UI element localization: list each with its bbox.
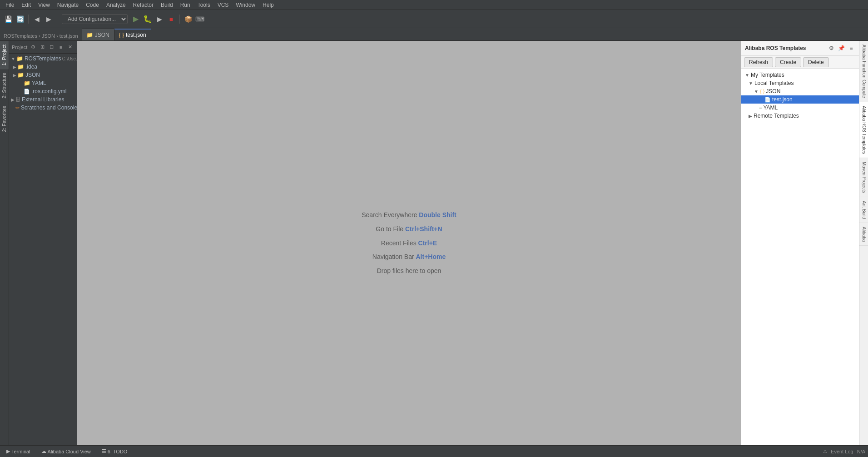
tab-json-label: JSON — [95, 32, 109, 38]
sidebar-title: Project — [12, 45, 27, 50]
menu-run[interactable]: Run — [177, 1, 194, 9]
menu-navigate[interactable]: Navigate — [54, 1, 82, 9]
rvtab-ros-templates[interactable]: Alibaba ROS Templates — [859, 102, 868, 158]
tree-item-yaml[interactable]: ▶ 📁 YAML — [9, 79, 77, 87]
bottom-bar: ▶ Terminal ☁ Alibaba Cloud View ☰ 6: TOD… — [0, 445, 868, 457]
bottom-tab-terminal[interactable]: ▶ Terminal — [3, 447, 34, 455]
tree-item-ros-config[interactable]: ▶ 📄 .ros.config.yml — [9, 87, 77, 95]
breadcrumb-json[interactable]: JSON — [42, 33, 55, 39]
main-layout: 1: Project 2: Structure 2: Favorites Pro… — [0, 41, 868, 445]
sidebar-close-button[interactable]: ✕ — [66, 43, 74, 51]
menu-analyze[interactable]: Analyze — [103, 1, 129, 9]
placeholder-shortcut-1: Double Shift — [419, 211, 456, 219]
tree-item-scratches[interactable]: ▶ ✏ Scratches and Console — [9, 104, 77, 112]
sidebar-expand-button[interactable]: ⊞ — [39, 43, 46, 51]
menu-tools[interactable]: Tools — [194, 1, 214, 9]
create-button[interactable]: Create — [775, 57, 801, 67]
menu-code[interactable]: Code — [82, 1, 103, 9]
rtree-my-templates[interactable]: ▼ My Templates — [741, 71, 859, 79]
rtree-test-json[interactable]: ▶ 📄 test.json — [741, 95, 859, 104]
editor-area: Search Everywhere Double Shift Go to Fil… — [77, 41, 741, 445]
bottom-tab-todo[interactable]: ☰ 6: TODO — [98, 447, 131, 455]
tree-item-external-libs[interactable]: ▶ 🗄 External Libraries — [9, 95, 77, 104]
event-log-label[interactable]: Event Log — [831, 449, 853, 454]
folder-icon-json: 📁 — [17, 72, 24, 78]
rtree-yaml-icon: ≡ — [759, 105, 762, 110]
rtree-yaml[interactable]: ▶ ≡ YAML — [741, 104, 859, 112]
tree-label-root: ROSTemplates — [25, 55, 61, 62]
vtab-favorites[interactable]: 2: Favorites — [0, 102, 9, 135]
right-panel-toolbar: Refresh Create Delete — [741, 55, 859, 69]
menu-vcs[interactable]: VCS — [214, 1, 233, 9]
run-config-dropdown[interactable]: Add Configuration... — [62, 14, 128, 24]
folder-icon-yaml: 📁 — [24, 80, 30, 86]
placeholder-text-3: Recent Files — [381, 239, 418, 247]
stop-button[interactable]: ■ — [166, 14, 177, 25]
bottom-tab-cloud-view[interactable]: ☁ Alibaba Cloud View — [38, 447, 94, 455]
file-icon-external-libs: 🗄 — [15, 97, 20, 102]
tree-item-root[interactable]: ▼ 📁 ROSTemplates C:\Use... — [9, 55, 77, 63]
build-artifact-button[interactable]: 📦 — [183, 14, 193, 25]
menu-window[interactable]: Window — [232, 1, 259, 9]
sidebar-gear-button[interactable]: ⚙ — [29, 43, 37, 51]
run-with-coverage-button[interactable]: ▶ — [154, 14, 165, 25]
panel-gear-button[interactable]: ≡ — [847, 44, 855, 52]
back-button[interactable]: ◀ — [31, 14, 42, 25]
debug-button[interactable]: 🐛 — [142, 14, 153, 25]
forward-button[interactable]: ▶ — [43, 14, 54, 25]
run-button[interactable]: ▶ — [130, 14, 141, 25]
cloud-icon: ☁ — [41, 448, 46, 454]
menu-build[interactable]: Build — [157, 1, 177, 9]
sidebar-collapse-button[interactable]: ⊟ — [48, 43, 55, 51]
rtree-remote-templates[interactable]: ▶ Remote Templates — [741, 112, 859, 120]
delete-button[interactable]: Delete — [803, 57, 829, 67]
tree-item-json[interactable]: ▶ 📁 JSON — [9, 71, 77, 79]
rtree-json-folder[interactable]: ▼ { } JSON — [741, 87, 859, 95]
breadcrumb-file[interactable]: test.json — [60, 33, 78, 39]
breadcrumb-sep1: › — [39, 33, 40, 39]
panel-pin-button[interactable]: 📌 — [837, 44, 845, 52]
toolbar-separator-2 — [57, 15, 57, 24]
rtree-json-folder-icon: { } — [760, 89, 764, 94]
placeholder-line-4: Navigation Bar Alt+Home — [362, 250, 456, 264]
toolbar: 💾 🔄 ◀ ▶ Add Configuration... ▶ 🐛 ▶ ■ 📦 ⌨ — [0, 10, 868, 28]
rvtab-ant-build[interactable]: Ant Build — [859, 197, 868, 223]
vtab-structure[interactable]: 2: Structure — [0, 69, 9, 102]
bottom-status: ⚠ Event Log N/A — [823, 449, 865, 454]
breadcrumb-root[interactable]: ROSTemplates — [4, 33, 37, 39]
menu-view[interactable]: View — [35, 1, 54, 9]
vtab-project[interactable]: 1: Project — [0, 41, 9, 69]
tab-json[interactable]: 📁 JSON — [82, 29, 114, 40]
todo-icon: ☰ — [102, 448, 106, 454]
panel-settings-button[interactable]: ⚙ — [827, 44, 835, 52]
menu-refactor[interactable]: Refactor — [129, 1, 157, 9]
rtree-arrow-local-templates: ▼ — [749, 81, 753, 86]
rtree-label-remote-templates: Remote Templates — [754, 113, 799, 119]
sync-button[interactable]: 🔄 — [15, 14, 25, 25]
placeholder-line-2: Go to File Ctrl+Shift+N — [362, 222, 456, 236]
terminal-label: Terminal — [11, 449, 30, 454]
rvtab-alibaba[interactable]: Alibaba — [859, 223, 868, 246]
rvtab-function-compute[interactable]: Alibaba Function Compute — [859, 41, 868, 102]
rtree-local-templates[interactable]: ▼ Local Templates — [741, 79, 859, 87]
tree-label-external-libs: External Libraries — [22, 96, 64, 103]
rtree-arrow-remote-templates: ▶ — [749, 114, 752, 119]
terminal-icon: ▶ — [6, 448, 10, 454]
sidebar-settings-button[interactable]: ≡ — [57, 43, 65, 51]
placeholder-text-5: Drop files here to open — [377, 267, 441, 274]
menu-file[interactable]: File — [2, 1, 18, 9]
breadcrumb-sep2: › — [56, 33, 58, 39]
tab-test-json[interactable]: { } test.json — [114, 29, 151, 40]
refresh-button[interactable]: Refresh — [744, 57, 773, 67]
tree-item-idea[interactable]: ▶ 📁 .idea — [9, 63, 77, 71]
save-button[interactable]: 💾 — [3, 14, 14, 25]
toolbar-separator-3 — [179, 15, 180, 24]
terminal-inline-button[interactable]: ⌨ — [194, 14, 205, 25]
right-panel-tree: ▼ My Templates ▼ Local Templates ▼ { } J… — [741, 69, 859, 445]
folder-icon-root: 📁 — [16, 55, 23, 62]
menu-help[interactable]: Help — [259, 1, 278, 9]
rvtab-maven[interactable]: Maven Projects — [859, 158, 868, 197]
todo-label: 6: TODO — [108, 449, 128, 454]
menu-edit[interactable]: Edit — [18, 1, 35, 9]
arrow-root: ▼ — [11, 56, 15, 61]
